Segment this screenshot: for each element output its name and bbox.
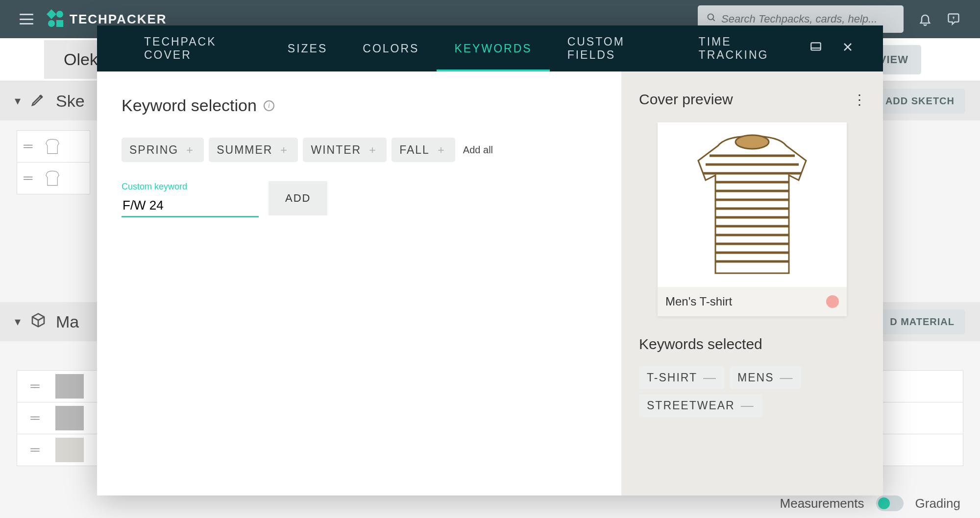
product-name: Men's T-shirt <box>665 295 732 308</box>
plus-icon: ＋ <box>184 142 196 157</box>
modal-tabs: TECHPACK COVER SIZES COLORS KEYWORDS CUS… <box>97 25 883 71</box>
tab-colors[interactable]: COLORS <box>345 25 437 71</box>
menu-icon[interactable] <box>20 14 33 24</box>
minus-icon: — <box>703 375 717 381</box>
brand-name: TECHPACKER <box>70 12 167 27</box>
tab-techpack-cover[interactable]: TECHPACK COVER <box>126 25 270 71</box>
plus-icon: ＋ <box>367 142 379 157</box>
chevron-down-icon: ▾ <box>15 315 21 329</box>
search-placeholder: Search Techpacks, cards, help... <box>721 13 877 25</box>
selected-chip-tshirt[interactable]: T-SHIRT — <box>639 366 725 389</box>
add-sketch-button[interactable]: ADD SKETCH <box>875 89 965 114</box>
material-swatch <box>55 438 84 462</box>
keyword-chip-spring[interactable]: SPRING ＋ <box>122 138 204 162</box>
product-color-dot <box>826 295 839 308</box>
materials-title: Ma <box>56 312 79 331</box>
info-icon[interactable]: i <box>264 100 274 111</box>
drag-handle-icon[interactable]: == <box>17 445 51 456</box>
sketch-thumb-row[interactable]: == <box>17 130 90 163</box>
chevron-down-icon: ▾ <box>15 94 21 108</box>
chip-label: MENS <box>737 371 774 384</box>
sketch-thumbnail <box>38 166 67 190</box>
measurements-label: Measurements <box>780 496 864 511</box>
keyword-chip-fall[interactable]: FALL ＋ <box>392 138 455 162</box>
add-keyword-button[interactable]: ADD <box>269 181 327 215</box>
cube-icon <box>30 312 46 331</box>
add-material-button[interactable]: D MATERIAL <box>879 309 965 334</box>
tab-sizes[interactable]: SIZES <box>270 25 345 71</box>
grading-toggle[interactable] <box>876 495 904 511</box>
chip-label: SPRING <box>129 143 178 157</box>
sketches-title: Ske <box>56 92 85 111</box>
chip-label: T-SHIRT <box>647 371 697 384</box>
custom-keyword-label: Custom keyword <box>122 182 259 192</box>
material-swatch <box>55 406 84 430</box>
keyword-chip-winter[interactable]: WINTER ＋ <box>303 138 387 162</box>
chip-label: WINTER <box>311 143 361 157</box>
tab-custom-fields[interactable]: CUSTOM FIELDS <box>550 25 681 71</box>
material-swatch <box>55 374 84 399</box>
sketch-thumbnail <box>38 134 67 159</box>
keyword-selection-title: Keyword selection <box>122 96 257 115</box>
chip-label: FALL <box>399 143 430 157</box>
drag-handle-icon[interactable]: == <box>17 381 51 392</box>
chip-label: SUMMER <box>217 143 272 157</box>
logo-mark-icon <box>48 11 65 27</box>
plus-icon: ＋ <box>278 142 290 157</box>
cover-preview-title: Cover preview <box>639 91 733 108</box>
notifications-icon[interactable] <box>918 12 932 26</box>
grading-label: Grading <box>915 496 961 511</box>
keyword-selection-panel: Keyword selection i SPRING ＋ SUMMER ＋ WI… <box>97 71 621 495</box>
minus-icon: — <box>780 375 793 381</box>
cover-preview-card[interactable]: Men's T-shirt <box>658 122 847 316</box>
tab-keywords[interactable]: KEYWORDS <box>437 25 549 71</box>
tab-time-tracking[interactable]: TIME TRACKING <box>681 25 809 71</box>
more-icon[interactable]: ⋮ <box>853 92 865 108</box>
suggested-keywords: SPRING ＋ SUMMER ＋ WINTER ＋ FALL ＋ Add al… <box>122 138 597 162</box>
sketch-thumb-row[interactable]: == <box>17 162 90 194</box>
svg-point-2 <box>953 17 954 18</box>
keywords-modal: TECHPACK COVER SIZES COLORS KEYWORDS CUS… <box>97 25 883 495</box>
expand-icon[interactable] <box>809 41 822 57</box>
svg-line-1 <box>713 19 715 21</box>
svg-rect-4 <box>811 43 821 50</box>
cover-preview-panel: Cover preview ⋮ <box>621 71 883 495</box>
plus-icon: ＋ <box>436 142 447 157</box>
keyword-chip-summer[interactable]: SUMMER ＋ <box>209 138 298 162</box>
brand-logo[interactable]: TECHPACKER <box>48 11 167 27</box>
chip-label: STREETWEAR <box>647 399 735 412</box>
custom-keyword-input[interactable] <box>122 195 259 217</box>
drag-handle-icon[interactable]: == <box>23 173 31 184</box>
minus-icon: — <box>741 402 755 409</box>
search-icon <box>707 13 716 25</box>
selected-chip-streetwear[interactable]: STREETWEAR — <box>639 394 762 417</box>
svg-point-0 <box>708 14 714 20</box>
keywords-selected-title: Keywords selected <box>639 336 865 353</box>
add-material-label: D MATERIAL <box>890 316 955 328</box>
add-sketch-label: ADD SKETCH <box>885 95 955 107</box>
close-icon[interactable] <box>842 41 854 56</box>
drag-handle-icon[interactable]: == <box>23 141 31 152</box>
pencil-icon <box>30 92 46 111</box>
cover-preview-image <box>658 122 847 287</box>
selected-chip-mens[interactable]: MENS — <box>730 366 801 389</box>
add-all-link[interactable]: Add all <box>463 144 493 156</box>
drag-handle-icon[interactable]: == <box>17 413 51 424</box>
svg-point-8 <box>735 135 769 149</box>
help-icon[interactable] <box>947 12 960 26</box>
selected-keywords: T-SHIRT — MENS — STREETWEAR — <box>639 366 865 417</box>
